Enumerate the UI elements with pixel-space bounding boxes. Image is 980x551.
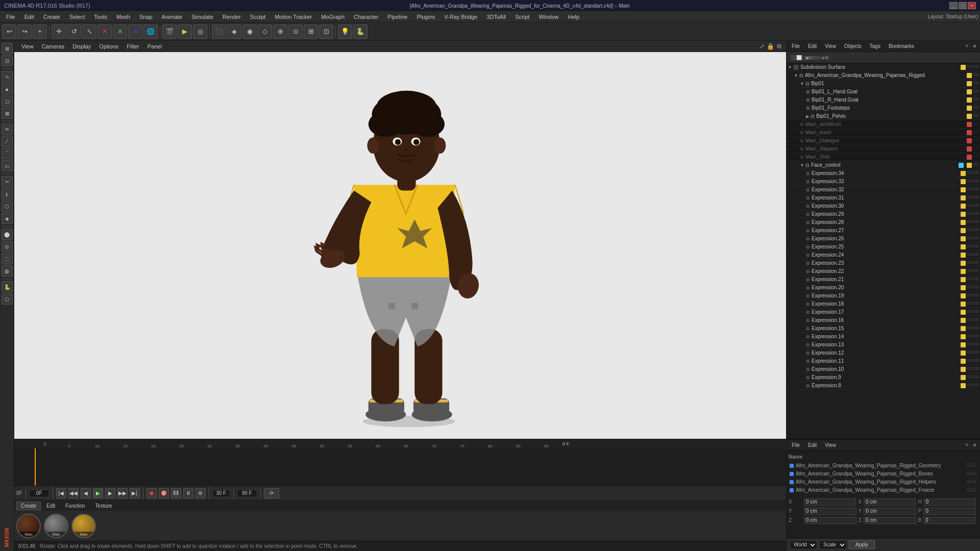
obj-row-expression-15[interactable]: ⊙ Expression.15 ⠿⠿⠿⠿: [787, 324, 980, 333]
left-tool-polygon[interactable]: ▲: [2, 83, 13, 94]
motion-clip-button[interactable]: 🎞: [171, 488, 181, 498]
left-tool-snake[interactable]: 🐍: [2, 281, 13, 292]
menu-plugins[interactable]: Plugins: [412, 13, 439, 21]
obj-tool-6[interactable]: ⊞: [304, 24, 318, 39]
obj-row-expression-23[interactable]: ⊙ Expression.23 ⠿⠿⠿⠿: [787, 259, 980, 267]
play-button[interactable]: ▶: [93, 488, 103, 498]
maximize-button[interactable]: □: [959, 2, 967, 9]
menu-mesh[interactable]: Mesh: [112, 13, 134, 21]
move-tool[interactable]: ✛: [52, 24, 66, 39]
prev-key-button[interactable]: ◀: [81, 488, 91, 498]
menu-help[interactable]: Help: [564, 13, 584, 21]
obj-row-skinmesh[interactable]: ⊞ Main_skinMesh ⠿⠿: [787, 120, 980, 129]
x-pos-input[interactable]: [804, 498, 856, 506]
menu-character[interactable]: Character: [350, 13, 382, 21]
attrmgr-view[interactable]: View: [822, 441, 839, 449]
settings-button[interactable]: ⚙: [195, 488, 206, 498]
view-menu[interactable]: View: [18, 42, 37, 51]
scene-row-helpers[interactable]: Afro_American_Grandpa_Wearing_Pajamas_Ri…: [789, 478, 978, 486]
obj-row-expression-9[interactable]: ⊙ Expression.9 ⠿⠿⠿⠿: [787, 373, 980, 382]
left-tool-pen[interactable]: ✏: [2, 123, 13, 135]
preview-button[interactable]: ⏸: [183, 488, 193, 498]
menu-motion-tracker[interactable]: Motion Tracker: [271, 13, 316, 21]
z-rot-input[interactable]: [864, 517, 916, 524]
scene-row-freeze[interactable]: Afro_American_Grandpa_Wearing_Pajamas_Ri…: [789, 486, 978, 494]
objmgr-bookmarks[interactable]: Bookmarks: [886, 42, 917, 50]
obj-row-main-character[interactable]: ▼ ⊡ Afro_American_Grandpa_Wearing_Pajama…: [787, 71, 980, 80]
go-start-button[interactable]: |◀: [56, 488, 66, 498]
obj-row-expression-14[interactable]: ⊙ Expression.14 ⠿⠿⠿⠿: [787, 333, 980, 341]
obj-row-expression-24[interactable]: ⊙ Expression.24 ⠿⠿⠿⠿: [787, 251, 980, 259]
scale-tool[interactable]: ⤡: [82, 24, 96, 39]
obj-row-expression-25[interactable]: ⊙ Expression.25 ⠿⠿⠿⠿: [787, 243, 980, 251]
attrmgr-icon-2[interactable]: ⊕: [971, 442, 978, 449]
apply-button[interactable]: Apply: [849, 540, 875, 549]
obj-row-expression-27[interactable]: ⊙ Expression.27 ⠿⠿⠿⠿: [787, 227, 980, 235]
x-rot-input[interactable]: [864, 498, 916, 506]
attrmgr-file[interactable]: File: [789, 441, 803, 449]
select-tool-x[interactable]: ✕: [97, 24, 112, 39]
viewport[interactable]: ▦ ▦: [14, 52, 786, 439]
objmgr-view[interactable]: View: [822, 42, 839, 50]
left-tool-spline[interactable]: ∿: [2, 71, 13, 82]
select-tool-z[interactable]: ✕: [128, 24, 142, 39]
left-tool-texture[interactable]: ⊠: [2, 108, 13, 119]
loop-button[interactable]: ⟳: [264, 488, 279, 498]
viewport-lock-icon[interactable]: 🔒: [767, 43, 774, 50]
select-tool-y[interactable]: ✕: [113, 24, 127, 39]
menu-3dtoall[interactable]: 3DToAll: [482, 13, 510, 21]
obj-row-expression-17[interactable]: ⊙ Expression.17 ⠿⠿⠿⠿: [787, 308, 980, 316]
obj-tool-1[interactable]: ◈: [227, 24, 241, 39]
left-tool-arc[interactable]: ⌒: [2, 148, 13, 159]
scale-select[interactable]: Scale: [819, 540, 847, 549]
obj-row-expression-21[interactable]: ⊙ Expression.21 ⠿⠿⠿⠿: [787, 276, 980, 284]
mat-tab-texture[interactable]: Texture: [91, 502, 117, 510]
left-tool-sculpt1[interactable]: ⬤: [2, 229, 13, 240]
menu-tools[interactable]: Tools: [90, 13, 111, 21]
timeline-playhead[interactable]: [35, 448, 36, 486]
record-button[interactable]: ⏺: [146, 488, 157, 498]
auto-key-button[interactable]: 🎯: [159, 488, 169, 498]
objmgr-objects[interactable]: Objects: [841, 42, 865, 50]
options-menu[interactable]: Options: [96, 42, 121, 51]
obj-row-bip01-rhand[interactable]: ⊙ Bip01_R_Hand.Goal ⠿⠿: [787, 96, 980, 104]
render-preview-button[interactable]: ◎: [193, 24, 207, 39]
menu-mograph[interactable]: MoGraph: [317, 13, 349, 21]
fps-input[interactable]: [212, 489, 230, 497]
mat-tab-edit[interactable]: Edit: [42, 502, 60, 510]
prev-frame-button[interactable]: ◀◀: [68, 488, 79, 498]
obj-row-expression-16[interactable]: ⊙ Expression.16 ⠿⠿⠿⠿: [787, 316, 980, 324]
obj-tool-4[interactable]: ⊕: [273, 24, 287, 39]
python-tool[interactable]: 🐍: [353, 24, 368, 39]
scene-row-bones[interactable]: Afro_American_Grandpa_Wearing_Pajamas_Ri…: [789, 470, 978, 478]
cube-tool[interactable]: ⬛: [212, 24, 226, 39]
obj-row-expression-10[interactable]: ⊙ Expression.10 ⠿⠿⠿⠿: [787, 365, 980, 373]
timeline-content[interactable]: [14, 448, 786, 486]
obj-row-expression-13[interactable]: ⊙ Expression.13 ⠿⠿⠿⠿: [787, 341, 980, 349]
menu-window[interactable]: Window: [534, 13, 562, 21]
obj-row-expression-8[interactable]: ⊙ Expression.8 ⠿⠿⠿⠿: [787, 382, 980, 390]
end-frame-input[interactable]: [237, 489, 257, 497]
b-input[interactable]: [923, 517, 976, 524]
menu-create[interactable]: Create: [39, 13, 64, 21]
obj-row-bip01-footsteps[interactable]: ⊙ Bip01_Footsteps ⠿⠿: [787, 104, 980, 112]
obj-row-bip01-lhand[interactable]: ⊙ Bip01_L_Hand.Goal ⠿⠿: [787, 88, 980, 96]
left-tool-extrude[interactable]: ⬡: [2, 201, 13, 212]
p-input[interactable]: [923, 508, 976, 515]
scene-row-geometry[interactable]: Afro_American_Grandpa_Wearing_Pajamas_Ri…: [789, 462, 978, 470]
rotate-tool[interactable]: ↺: [67, 24, 81, 39]
obj-row-bip01[interactable]: ▼ ⊡ Bip01 ⠿⠿: [787, 80, 980, 88]
obj-row-expression-34[interactable]: ⊙ Expression.34 ⠿⠿⠿⠿: [787, 169, 980, 178]
y-rot-input[interactable]: [864, 508, 916, 515]
next-frame-button[interactable]: ▶▶: [117, 488, 128, 498]
obj-row-dialogue[interactable]: ⊞ Main_Dialogue ⠿⠿: [787, 137, 980, 145]
left-tool-select[interactable]: ⊞: [2, 43, 13, 54]
next-key-button[interactable]: ▶: [105, 488, 115, 498]
left-tool-python2[interactable]: ⬡: [2, 293, 13, 305]
filter-menu[interactable]: Filter: [124, 42, 142, 51]
obj-tool-2[interactable]: ◉: [242, 24, 257, 39]
redo-button[interactable]: ↪: [17, 24, 32, 39]
obj-row-shirt[interactable]: ⊞ Main_Shirt ⠿⠿: [787, 153, 980, 161]
menu-script[interactable]: Script: [511, 13, 533, 21]
left-tool-line[interactable]: ⁄: [2, 136, 13, 147]
